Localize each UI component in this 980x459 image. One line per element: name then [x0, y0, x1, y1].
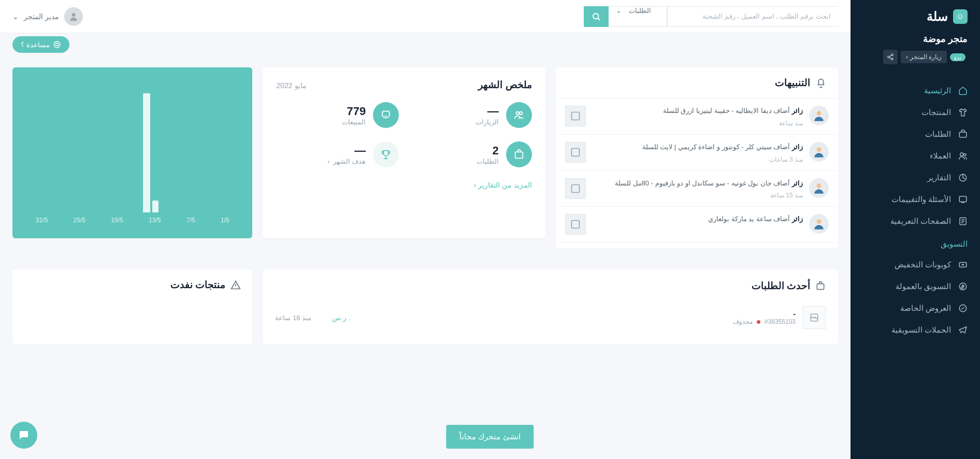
- alert-text: زائر أضاف ديفا الايطاليه - حقيبة ليتيزيا…: [592, 106, 803, 117]
- pages-icon: [958, 217, 968, 226]
- svg-point-4: [960, 153, 963, 156]
- search-button[interactable]: [584, 6, 609, 27]
- orders-icon: [958, 130, 968, 139]
- alert-item[interactable]: زائر أضاف ساعة يد ماركة بولغاري: [556, 207, 838, 242]
- chart-card: 1/57/513/519/525/531/5: [12, 67, 252, 238]
- product-icon: [570, 219, 581, 229]
- nav-campaigns[interactable]: الحملات التسويقية: [851, 319, 980, 341]
- person-icon: [68, 11, 79, 22]
- shirt-icon: [958, 108, 968, 117]
- alert-product-thumb: [565, 178, 586, 199]
- orders-label: الطلبات: [477, 157, 499, 165]
- chart-tick: 19/5: [111, 217, 123, 224]
- chart-tick: 7/5: [186, 217, 195, 224]
- goal-label: هدف الشهر: [333, 157, 366, 165]
- alerts-list: زائر أضاف ديفا الايطاليه - حقيبة ليتيزيا…: [556, 98, 838, 242]
- search-input[interactable]: [667, 6, 838, 27]
- svg-point-1: [887, 56, 889, 58]
- nav-home[interactable]: الرئيسية: [851, 80, 980, 102]
- nav-pages[interactable]: الصفحات التعريفية: [851, 210, 980, 232]
- chart-tick: 1/5: [221, 217, 229, 224]
- chat-bubble-button[interactable]: [10, 422, 37, 449]
- svg-point-14: [54, 41, 60, 48]
- nav-marketing-section: التسويق: [851, 232, 980, 254]
- nav-label: كوبونات التخفيض: [895, 260, 951, 269]
- nav-special-offers[interactable]: العروض الخاصة: [851, 297, 980, 319]
- nav-customers[interactable]: العملاء: [851, 145, 980, 167]
- orders-stat-icon: [506, 141, 532, 167]
- share-store-button[interactable]: [883, 50, 898, 64]
- order-id: #38355103: [765, 318, 796, 325]
- alert-item[interactable]: زائر أضاف سيتي كلر - كونتور و اضاءة كريم…: [556, 135, 838, 171]
- nav-label: المنتجات: [921, 108, 951, 117]
- svg-point-13: [72, 13, 76, 17]
- nav-label: العروض الخاصة: [900, 304, 951, 313]
- nav-products[interactable]: المنتجات: [851, 102, 980, 123]
- order-row[interactable]: - #38355103 محذوف . ر.س منذ 16 ساعة: [275, 301, 826, 334]
- order-thumb: [803, 306, 826, 329]
- nav-label: الأسئلة والتقييمات: [891, 195, 951, 204]
- warning-icon: [230, 280, 241, 290]
- status-dot-icon: [757, 320, 760, 324]
- main-nav: الرئيسية المنتجات الطلبات العملاء التقار…: [851, 69, 980, 459]
- chart-tick: 31/5: [36, 217, 48, 224]
- visits-icon: [506, 102, 532, 128]
- visit-store-label: زيارة المتجر: [910, 53, 942, 61]
- alert-item[interactable]: زائر أضاف ديفا الايطاليه - حقيبة ليتيزيا…: [556, 98, 838, 135]
- more-reports-link[interactable]: المزيد من التقارير ‹: [276, 181, 531, 189]
- user-menu[interactable]: مدير المتجر ⌄: [12, 7, 83, 26]
- svg-point-25: [817, 220, 822, 224]
- user-avatar: [64, 7, 83, 26]
- visits-label: الزيارات: [475, 118, 499, 126]
- create-store-cta[interactable]: انشئ متجرك مجاناً: [446, 425, 534, 449]
- svg-point-2: [891, 58, 893, 60]
- chevron-down-icon: ⌄: [12, 12, 19, 21]
- svg-point-23: [817, 183, 822, 188]
- share-icon: [887, 53, 894, 61]
- chart-tick: 13/5: [149, 217, 161, 224]
- chart-bar: [143, 93, 150, 212]
- more-label: المزيد من التقارير: [478, 181, 532, 189]
- orders-value: 2: [477, 144, 499, 157]
- nav-coupons[interactable]: كوبونات التخفيض: [851, 254, 980, 276]
- nav-affiliate[interactable]: التسويق بالعمولة: [851, 276, 980, 297]
- cta-label: انشئ متجرك مجاناً: [459, 432, 520, 441]
- order-time: منذ 16 ساعة: [275, 314, 311, 322]
- chevron-left-icon[interactable]: ‹: [327, 157, 329, 165]
- broken-image-icon: [810, 313, 819, 322]
- affiliate-icon: [958, 282, 968, 291]
- stat-goal: — هدف الشهر ‹: [276, 141, 399, 167]
- nav-reports[interactable]: التقارير: [851, 167, 980, 189]
- chart-area: [12, 67, 252, 212]
- chat-icon: [18, 429, 30, 441]
- alert-product-thumb: [565, 106, 586, 126]
- search-filter-select[interactable]: الطلبات ⌄: [609, 6, 667, 27]
- nav-label: الرئيسية: [924, 86, 951, 95]
- person-icon: [812, 145, 826, 159]
- visits-value: —: [475, 105, 499, 118]
- alerts-card: التنبيهات زائر أضاف ديفا الايطاليه - حقي…: [556, 67, 838, 249]
- svg-rect-22: [571, 148, 579, 156]
- chevron-down-icon: ⌄: [616, 7, 622, 15]
- alert-text: زائر أضاف سيتي كلر - كونتور و اضاءة كريم…: [592, 142, 803, 153]
- svg-rect-27: [817, 283, 824, 289]
- out-of-stock-card: منتجات نفدت: [12, 269, 252, 345]
- product-icon: [570, 147, 581, 157]
- help-button[interactable]: مساعدة ؟: [12, 36, 69, 53]
- alert-avatar: [809, 142, 829, 162]
- person-icon: [812, 181, 826, 195]
- main: الطلبات ⌄ مدير المتجر ⌄ مساعدة ؟: [0, 0, 851, 459]
- nav-label: الصفحات التعريفية: [890, 217, 951, 226]
- alert-avatar: [809, 106, 829, 125]
- nav-qa[interactable]: الأسئلة والتقييمات: [851, 189, 980, 210]
- goal-value: —: [327, 144, 366, 157]
- visit-store-button[interactable]: زيارة المتجر ‹: [901, 51, 947, 63]
- alert-item[interactable]: زائر أضاف جان بول غوتيه - سو سكاندل او د…: [556, 171, 838, 207]
- orders-title: أحدث الطلبات: [752, 280, 810, 292]
- stat-orders: 2 الطلبات: [409, 141, 532, 167]
- order-price: . ر.س: [332, 313, 351, 322]
- nav-orders[interactable]: الطلبات: [851, 123, 980, 145]
- store-name: متجر موضة: [863, 33, 968, 45]
- svg-rect-24: [571, 184, 579, 192]
- oos-title: منتجات نفدت: [170, 279, 225, 291]
